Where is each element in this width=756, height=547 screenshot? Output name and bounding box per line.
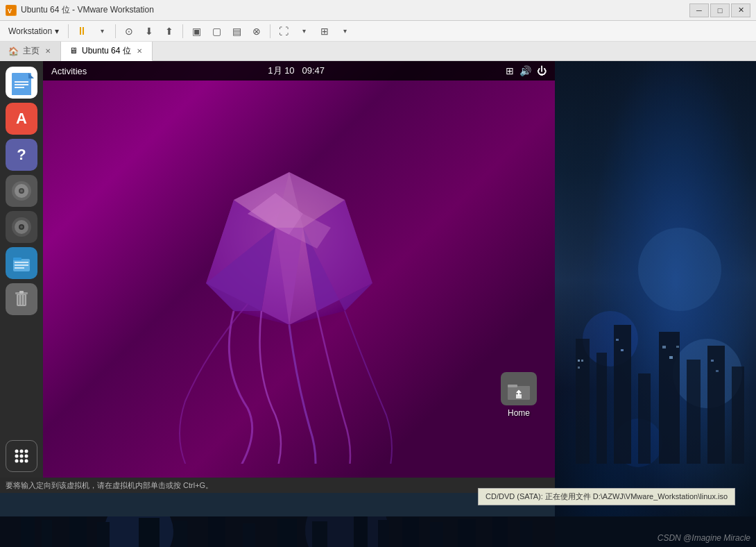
system-tray: ⊞ 🔊 ⏻ xyxy=(506,65,547,76)
power-icon[interactable]: ⏻ xyxy=(537,65,547,76)
workstation-menu[interactable]: Workstation ▾ xyxy=(3,24,65,38)
svg-rect-83 xyxy=(173,521,187,547)
ubuntu-tab-close[interactable]: ✕ xyxy=(135,47,144,55)
svg-rect-63 xyxy=(707,346,725,464)
svg-rect-61 xyxy=(659,332,680,464)
svg-rect-84 xyxy=(208,516,225,547)
ubuntu-dock: A ? xyxy=(0,61,43,478)
home-tab-label: 主页 xyxy=(23,45,40,57)
close-button[interactable]: ✕ xyxy=(731,3,750,17)
snapshot-x-button[interactable]: ⊗ xyxy=(247,23,266,40)
home-folder-label: Home xyxy=(508,408,530,418)
svg-rect-64 xyxy=(732,367,744,464)
svg-rect-94 xyxy=(520,521,533,547)
minimize-button[interactable]: ─ xyxy=(689,3,709,17)
svg-rect-52 xyxy=(555,61,756,547)
svg-point-31 xyxy=(15,455,19,458)
svg-rect-89 xyxy=(378,520,389,547)
ubuntu-tab-icon: 🖥 xyxy=(69,46,78,56)
svg-rect-24 xyxy=(19,291,24,294)
revert-button[interactable]: ▢ xyxy=(207,23,226,40)
window-controls: ─ □ ✕ xyxy=(689,3,750,17)
unity-controls: ⊞ ▾ xyxy=(315,23,354,40)
svg-point-16 xyxy=(20,226,23,228)
menu-divider-3 xyxy=(182,24,183,38)
svg-rect-82 xyxy=(139,518,160,547)
pause-button[interactable]: ⏸ xyxy=(72,23,92,40)
svg-rect-70 xyxy=(662,346,666,348)
svg-rect-51 xyxy=(516,394,522,398)
svg-rect-7 xyxy=(15,84,28,85)
app-grid-icon[interactable] xyxy=(6,440,37,472)
svg-point-33 xyxy=(25,455,28,458)
svg-rect-66 xyxy=(581,360,583,362)
snapshot-manager-button[interactable]: ▤ xyxy=(227,23,246,40)
ubuntu-tab-label: Ubuntu 64 位 xyxy=(82,45,131,57)
tab-bar: 🏠 主页 ✕ 🖥 Ubuntu 64 位 ✕ xyxy=(0,42,756,61)
pause-dropdown[interactable]: ▾ xyxy=(92,23,112,40)
network-icon[interactable]: ⊞ xyxy=(506,65,514,76)
svg-rect-69 xyxy=(621,349,624,351)
snapshot-controls: ▣ ▢ ▤ ⊗ xyxy=(187,23,266,40)
writer-app-icon[interactable] xyxy=(6,67,37,99)
bottom-city-right: CSDN @Imagine Miracle xyxy=(555,516,756,547)
activities-button[interactable]: Activities xyxy=(51,66,87,76)
trash-icon[interactable] xyxy=(6,283,37,315)
vm-display[interactable]: A ? xyxy=(0,61,555,478)
home-tab-close[interactable]: ✕ xyxy=(44,47,52,55)
reset-button[interactable]: ⬆ xyxy=(160,23,179,40)
send-ctrlaltdel-button[interactable]: ⊙ xyxy=(119,23,139,40)
fullscreen-dropdown[interactable]: ▾ xyxy=(294,23,313,40)
title-bar: V Ubuntu 64 位 - VMware Workstation ─ □ ✕ xyxy=(0,0,756,21)
menu-bar: Workstation ▾ ⏸ ▾ ⊙ ⬇ ⬆ ▣ ▢ ▤ ⊗ ⛶ ▾ ⊞ ▾ xyxy=(0,21,756,42)
app-store-icon[interactable]: A xyxy=(6,103,37,135)
vm-controls: ⊙ ⬇ ⬆ xyxy=(119,23,179,40)
disc2-icon[interactable] xyxy=(6,211,37,243)
svg-rect-60 xyxy=(638,373,651,464)
jellyfish-svg xyxy=(116,103,463,464)
ubuntu-desktop[interactable]: Activities 1月 10 09:47 ⊞ 🔊 ⏻ xyxy=(43,61,555,478)
unity-button[interactable]: ⊞ xyxy=(315,23,334,40)
snapshot-button[interactable]: ▣ xyxy=(187,23,206,40)
files-icon[interactable] xyxy=(6,247,37,279)
status-message: 要将输入定向到该虚拟机，请在虚拟机内部单击或按 Ctrl+G。 xyxy=(6,480,213,491)
svg-rect-80 xyxy=(69,516,87,547)
app-icon: V xyxy=(6,5,17,16)
disc1-icon[interactable] xyxy=(6,175,37,207)
help-icon[interactable]: ? xyxy=(6,139,37,171)
unity-dropdown[interactable]: ▾ xyxy=(335,23,354,40)
home-tab-icon: 🏠 xyxy=(8,47,19,56)
volume-icon[interactable]: 🔊 xyxy=(519,65,531,76)
svg-rect-57 xyxy=(576,339,590,464)
main-area: A ? xyxy=(0,61,756,478)
svg-rect-6 xyxy=(15,81,28,83)
fullscreen-button[interactable]: ⛶ xyxy=(274,23,293,40)
svg-rect-50 xyxy=(508,385,517,387)
svg-rect-87 xyxy=(312,521,327,547)
maximize-button[interactable]: □ xyxy=(710,3,730,17)
view-controls: ⛶ ▾ xyxy=(274,23,313,40)
menu-divider-4 xyxy=(270,24,270,38)
tab-home[interactable]: 🏠 主页 ✕ xyxy=(0,42,61,61)
playback-controls: ⏸ ▾ xyxy=(72,23,112,40)
svg-rect-92 xyxy=(458,519,476,547)
tab-ubuntu[interactable]: 🖥 Ubuntu 64 位 ✕ xyxy=(61,42,153,61)
svg-point-53 xyxy=(638,228,721,311)
svg-rect-21 xyxy=(15,267,24,269)
svg-rect-79 xyxy=(42,520,52,547)
svg-rect-74 xyxy=(716,370,719,372)
svg-point-36 xyxy=(25,460,28,463)
svg-rect-20 xyxy=(15,264,28,266)
svg-rect-88 xyxy=(354,516,368,547)
svg-rect-8 xyxy=(15,87,24,88)
svg-point-12 xyxy=(20,190,23,192)
home-folder-icon[interactable]: Home xyxy=(497,368,541,422)
svg-rect-90 xyxy=(402,517,419,547)
bottom-city-svg xyxy=(0,516,555,547)
home-folder-image xyxy=(501,372,537,405)
suspend-button[interactable]: ⬇ xyxy=(139,23,159,40)
ubuntu-topbar: Activities 1月 10 09:47 ⊞ 🔊 ⏻ xyxy=(43,61,555,81)
cdrom-status-popup: CD/DVD (SATA): 正在使用文件 D:\AZWJ\VMware_Wor… xyxy=(478,488,735,505)
svg-rect-93 xyxy=(492,516,508,547)
cdrom-status-text: CD/DVD (SATA): 正在使用文件 D:\AZWJ\VMware_Wor… xyxy=(486,492,728,500)
